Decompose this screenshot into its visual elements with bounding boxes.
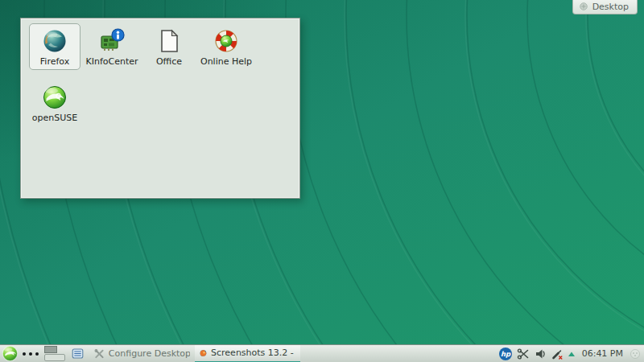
dot	[35, 352, 39, 356]
desktop-icon-firefox[interactable]: Firefox	[29, 23, 80, 70]
klipper-scissors-icon[interactable]	[517, 348, 530, 360]
dot	[29, 352, 32, 356]
clock[interactable]: 06:41 PM	[582, 348, 623, 359]
volume-icon[interactable]	[534, 348, 547, 360]
desktop-icon-online-help[interactable]: Online Help	[200, 23, 252, 70]
task-label: Configure Desktop	[109, 348, 190, 359]
plasma-toolbox-icon	[579, 2, 588, 11]
pager-desktop-1[interactable]	[44, 346, 57, 353]
icon-label: Firefox	[40, 57, 69, 67]
system-tray: hp 06:41 PM	[498, 347, 644, 361]
desktop-icon-kinfocenter[interactable]: KInfoCenter	[86, 23, 138, 70]
quicklaunch-dots[interactable]	[23, 352, 39, 356]
folder-view-row-2: openSUSE	[29, 80, 86, 126]
desktop-root: { "desktop_button": { "label": "Desktop"…	[0, 0, 644, 362]
icon-label: Office	[156, 57, 182, 67]
configure-desktop-icon	[94, 348, 105, 359]
folder-view-row-1: Firefox KInfoCenter O	[29, 23, 258, 70]
task-label: Screenshots 13.2 - openSUSE	[211, 348, 295, 358]
online-help-icon	[213, 27, 240, 55]
virtual-desktop-pager[interactable]	[44, 346, 66, 361]
folder-view-widget: Firefox KInfoCenter O	[20, 18, 300, 199]
icon-label: openSUSE	[32, 113, 77, 123]
dot	[23, 352, 26, 356]
input-tool-disabled-icon[interactable]	[551, 348, 564, 360]
pager-desktop-2[interactable]	[44, 354, 65, 361]
desktop-toolbox-label: Desktop	[592, 2, 629, 12]
hp-logo-icon[interactable]: hp	[498, 347, 513, 361]
expand-tray-icon[interactable]	[568, 350, 576, 358]
kinfocenter-icon	[98, 27, 126, 55]
task-button-screenshots[interactable]: Screenshots 13.2 - openSUSE	[195, 345, 300, 362]
window-list-icon[interactable]	[72, 348, 84, 360]
desktop-toolbox-button[interactable]: Desktop	[572, 0, 638, 14]
desktop-icon-office[interactable]: Office	[143, 23, 195, 70]
icon-label: KInfoCenter	[85, 57, 138, 67]
firefox-task-icon	[200, 348, 207, 359]
firefox-icon	[41, 27, 68, 55]
desktop-icon-opensuse[interactable]: openSUSE	[29, 80, 80, 126]
application-launcher-button[interactable]	[2, 345, 19, 362]
icon-label: Online Help	[200, 57, 252, 67]
office-icon	[155, 27, 183, 55]
hp-logo-text: hp	[501, 350, 511, 358]
taskbar-panel: Configure Desktop Screenshots 13.2 - ope…	[0, 344, 644, 362]
task-button-configure-desktop[interactable]: Configure Desktop	[89, 345, 195, 362]
panel-toolbox-icon[interactable]	[630, 348, 641, 360]
opensuse-icon	[41, 84, 68, 111]
